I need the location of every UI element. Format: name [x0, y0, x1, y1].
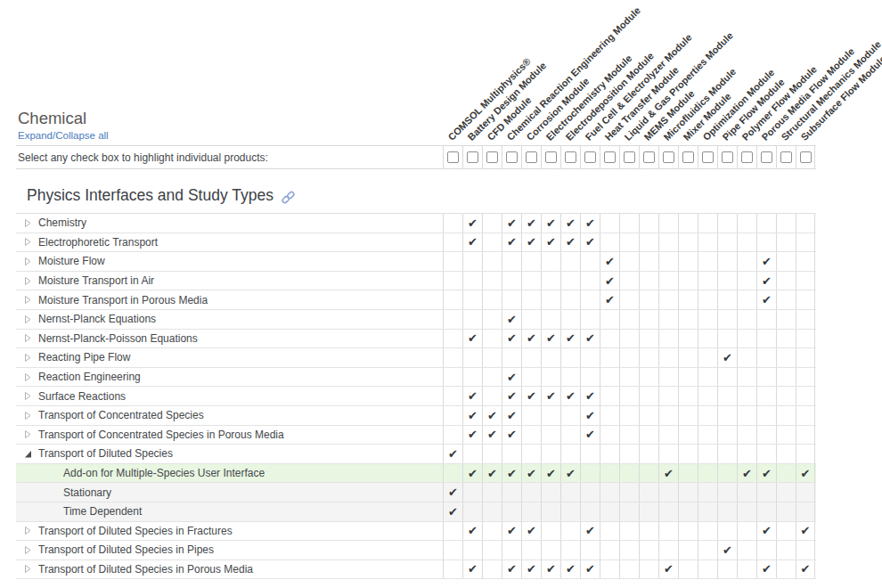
grid-cell [619, 464, 639, 483]
product-select-checkbox[interactable] [702, 151, 714, 163]
grid-cell: ✔ [482, 464, 502, 483]
tree-collapsed-icon[interactable] [24, 237, 32, 247]
tree-collapsed-icon[interactable] [24, 353, 32, 363]
expand-collapse-all-link[interactable]: Expand/Collapse all [18, 130, 109, 141]
grid-cell [560, 252, 580, 271]
grid-cell [462, 272, 482, 290]
row-cells: ✔✔✔✔✔✔ [443, 522, 815, 541]
grid-cell [580, 445, 600, 463]
select-hint-label: Select any check box to highlight indivi… [16, 146, 443, 168]
product-select-checkbox[interactable] [761, 151, 772, 163]
tree-expanded-icon[interactable] [24, 449, 32, 459]
row-label[interactable]: Moisture Transport in Air [16, 272, 443, 290]
grid-cell [796, 387, 815, 405]
tree-collapsed-icon[interactable] [24, 411, 32, 421]
row-label[interactable]: Nernst-Planck Equations [16, 310, 443, 329]
tree-collapsed-icon[interactable] [24, 218, 32, 228]
grid-cell [658, 290, 678, 309]
tree-collapsed-icon[interactable] [24, 257, 32, 266]
row-label[interactable]: Chemistry [16, 214, 443, 233]
product-select-checkbox[interactable] [643, 151, 655, 163]
row-label[interactable]: Reacting Pipe Flow [16, 348, 443, 367]
product-select-checkbox[interactable] [526, 151, 537, 163]
row-label[interactable]: Transport of Diluted Species [16, 445, 443, 463]
tree-collapsed-icon[interactable] [24, 372, 32, 382]
checkbox-cell [560, 146, 580, 168]
grid-cell: ✔ [502, 233, 521, 252]
product-select-checkbox[interactable] [467, 151, 478, 163]
tree-collapsed-icon[interactable] [24, 333, 32, 343]
product-select-checkbox[interactable] [447, 151, 459, 163]
grid-cell [580, 541, 600, 559]
product-select-checkbox[interactable] [565, 151, 576, 163]
tree-collapsed-icon[interactable] [24, 391, 32, 401]
grid-cell: ✔ [560, 233, 580, 252]
tree-collapsed-icon[interactable] [24, 526, 32, 535]
grid-cell [502, 290, 521, 309]
check-mark-icon: ✔ [507, 468, 517, 479]
product-select-checkbox[interactable] [506, 151, 518, 163]
grid-cell [776, 272, 796, 290]
product-select-checkbox[interactable] [741, 151, 753, 163]
grid-cell: ✔ [560, 330, 580, 348]
check-mark-icon: ✔ [762, 256, 772, 267]
row-label[interactable]: Reaction Engineering [16, 368, 443, 387]
check-mark-icon: ✔ [566, 390, 576, 402]
grid-cell [776, 464, 796, 483]
grid-cell [482, 560, 502, 579]
row-label[interactable]: Nernst-Planck-Poisson Equations [16, 330, 443, 348]
product-select-checkbox[interactable] [663, 151, 674, 163]
grid-cell: ✔ [658, 560, 678, 579]
row-label[interactable]: Transport of Concentrated Species [16, 406, 443, 425]
tree-collapsed-icon[interactable] [24, 429, 32, 439]
product-select-checkbox[interactable] [584, 151, 596, 163]
tree-collapsed-icon[interactable] [24, 276, 32, 286]
tree-collapsed-icon[interactable] [24, 295, 32, 305]
grid-cell [639, 272, 658, 290]
row-label[interactable]: Transport of Diluted Species in Fracture… [16, 522, 443, 541]
grid-cell [698, 252, 717, 271]
row-label[interactable]: Moisture Flow [16, 252, 443, 271]
tree-collapsed-icon[interactable] [24, 314, 32, 324]
product-select-checkbox[interactable] [722, 151, 733, 163]
grid-cell [541, 290, 560, 309]
product-select-checkbox[interactable] [604, 151, 616, 163]
grid-cell [482, 233, 502, 252]
checkbox-cell [462, 146, 482, 168]
grid-cell: ✔ [580, 330, 600, 348]
grid-cell [443, 464, 462, 483]
row-label[interactable]: Surface Reactions [16, 387, 443, 405]
grid-cell [756, 233, 776, 252]
grid-cell: ✔ [462, 464, 482, 483]
product-select-checkbox[interactable] [682, 151, 694, 163]
grid-cell: ✔ [541, 330, 560, 348]
grid-cell [639, 560, 658, 579]
row-label[interactable]: Transport of Concentrated Species in Por… [16, 426, 443, 445]
row-label-text: Stationary [63, 486, 111, 499]
tree-collapsed-icon[interactable] [24, 564, 32, 574]
grid-cell [756, 445, 776, 463]
row-label[interactable]: Transport of Diluted Species in Porous M… [16, 560, 443, 579]
row-label[interactable]: Electrophoretic Transport [16, 233, 443, 252]
product-select-checkbox[interactable] [800, 151, 812, 163]
product-select-checkbox[interactable] [624, 151, 635, 163]
grid-cell [796, 502, 815, 521]
grid-cell [658, 445, 678, 463]
grid-cell [560, 426, 580, 445]
grid-cell [443, 348, 462, 367]
row-label[interactable]: Transport of Diluted Species in Pipes [16, 541, 443, 559]
grid-cell [600, 348, 619, 367]
grid-cell [737, 426, 756, 445]
grid-cell [776, 541, 796, 559]
product-select-checkbox[interactable] [486, 151, 498, 163]
section-heading: Physics Interfaces and Study Types [27, 186, 295, 205]
tree-collapsed-icon[interactable] [24, 545, 32, 555]
table-row: Transport of Concentrated Species✔✔✔✔ [16, 406, 816, 426]
checkbox-cell [521, 146, 541, 168]
product-select-checkbox[interactable] [780, 151, 792, 163]
chain-link-icon[interactable] [282, 191, 295, 204]
grid-cell [776, 522, 796, 541]
grid-cell [541, 445, 560, 463]
row-label[interactable]: Moisture Transport in Porous Media [16, 290, 443, 309]
product-select-checkbox[interactable] [545, 151, 557, 163]
